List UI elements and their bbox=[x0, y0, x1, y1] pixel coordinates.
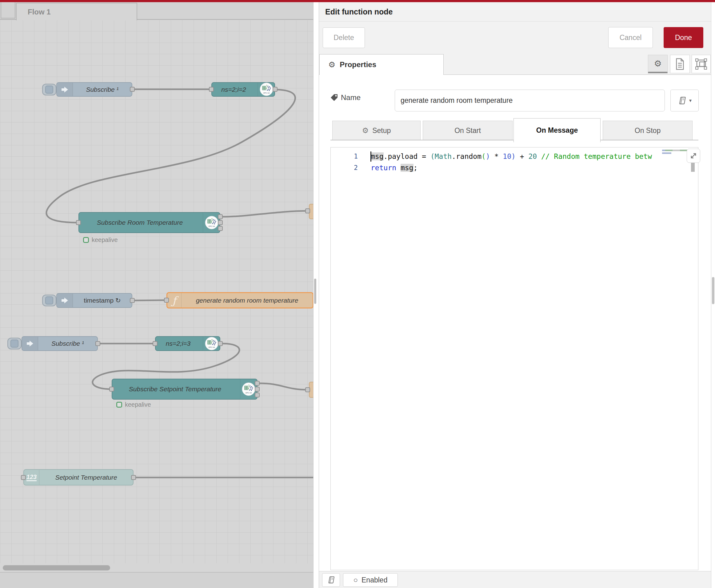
line-number: 2 bbox=[331, 162, 371, 174]
input-port[interactable] bbox=[21, 475, 26, 480]
enabled-toggle-button[interactable]: ○ Enabled bbox=[343, 573, 398, 587]
editor-scrollbar[interactable] bbox=[691, 162, 695, 172]
name-label: Name bbox=[341, 93, 361, 102]
node-setpoint-temperature[interactable]: 123 Setpoint Temperature bbox=[23, 469, 133, 485]
output-port[interactable] bbox=[218, 220, 223, 225]
canvas-horizontal-scrollbar[interactable] bbox=[3, 565, 110, 570]
output-port[interactable] bbox=[273, 87, 278, 92]
inject-button[interactable] bbox=[42, 295, 56, 306]
output-port[interactable] bbox=[130, 87, 135, 92]
appearance-view-button[interactable] bbox=[692, 55, 711, 73]
gear-icon: ⚙ bbox=[362, 126, 369, 135]
code-line[interactable]: 2return msg; bbox=[331, 162, 698, 174]
output-port[interactable] bbox=[95, 341, 100, 346]
inject-arrow-icon bbox=[57, 83, 73, 96]
function-icon: ƒ bbox=[167, 293, 181, 308]
opcua-icon: OPC UA bbox=[205, 216, 218, 229]
minimap-line bbox=[662, 150, 689, 151]
output-port[interactable] bbox=[218, 341, 223, 346]
cancel-button[interactable]: Cancel bbox=[608, 27, 653, 48]
chevron-down-icon: ▾ bbox=[689, 98, 692, 103]
flow-canvas[interactable]: Flow 1 Subscribe ¹ ns=2;i=2 OPC UA bbox=[0, 0, 313, 588]
number-icon: 123 bbox=[24, 470, 39, 485]
svg-text:OPC UA: OPC UA bbox=[208, 225, 215, 227]
tab-setup[interactable]: ⚙ Setup bbox=[332, 121, 420, 140]
input-port[interactable] bbox=[164, 298, 169, 302]
expand-editor-button[interactable] bbox=[687, 149, 700, 163]
wire[interactable] bbox=[260, 383, 308, 390]
output-port[interactable] bbox=[218, 214, 223, 219]
node-label: Subscribe Setpoint Temperature bbox=[112, 385, 257, 393]
output-port[interactable] bbox=[255, 393, 260, 397]
minimap-line bbox=[662, 152, 671, 154]
node-inject-timestamp[interactable]: timestamp ↻ bbox=[56, 293, 132, 308]
svg-text:OPC UA: OPC UA bbox=[245, 392, 252, 394]
book-icon bbox=[327, 575, 335, 585]
inject-arrow-icon bbox=[57, 294, 73, 307]
delete-button[interactable]: Delete bbox=[323, 27, 365, 48]
node-status: keepalive bbox=[83, 236, 118, 244]
expand-icon bbox=[690, 152, 697, 160]
status-dot-icon bbox=[83, 237, 89, 243]
node-subscribe-setpoint-temperature[interactable]: Subscribe Setpoint Temperature bbox=[112, 379, 258, 400]
tab-properties[interactable]: ⚙ Properties bbox=[319, 54, 443, 75]
wire[interactable] bbox=[223, 211, 308, 217]
properties-view-button[interactable]: ⚙ bbox=[648, 55, 668, 73]
inject-button[interactable] bbox=[7, 338, 22, 350]
output-port[interactable] bbox=[130, 298, 135, 303]
input-port[interactable] bbox=[76, 220, 81, 225]
node-status: keepalive bbox=[116, 401, 151, 408]
input-port[interactable] bbox=[305, 387, 310, 392]
output-port[interactable] bbox=[255, 381, 260, 386]
status-circle-icon: ○ bbox=[353, 576, 358, 584]
node-label: Subscribe Room Temperature bbox=[79, 219, 220, 226]
tag-icon bbox=[330, 93, 339, 102]
input-port[interactable] bbox=[209, 87, 214, 92]
wire[interactable] bbox=[135, 300, 167, 300]
gear-icon: ⚙ bbox=[654, 59, 662, 69]
text-cursor bbox=[370, 151, 371, 162]
status-dot-icon bbox=[116, 402, 122, 407]
panel-scrollbar[interactable] bbox=[712, 277, 714, 304]
header-accent-bar bbox=[0, 0, 715, 2]
tab-on-start[interactable]: On Start bbox=[423, 121, 513, 140]
tab-on-message[interactable]: On Message bbox=[514, 118, 601, 142]
input-port[interactable] bbox=[153, 341, 157, 346]
opcua-icon: OPC UA bbox=[260, 83, 273, 96]
group-frame-icon bbox=[695, 58, 707, 70]
name-library-button[interactable]: ▾ bbox=[670, 89, 699, 111]
output-port[interactable] bbox=[255, 387, 260, 392]
input-port[interactable] bbox=[305, 208, 310, 213]
library-button[interactable] bbox=[322, 573, 340, 587]
document-icon bbox=[675, 58, 685, 70]
node-subscribe-room-temperature[interactable]: Subscribe Room Temperature bbox=[79, 212, 220, 233]
name-input[interactable] bbox=[395, 89, 665, 111]
node-inject-subscribe-2[interactable]: Subscribe ¹ bbox=[22, 336, 98, 351]
output-port[interactable] bbox=[218, 226, 223, 231]
inject-arrow-icon bbox=[22, 337, 38, 350]
wire[interactable] bbox=[46, 89, 295, 223]
gear-icon: ⚙ bbox=[328, 60, 335, 69]
canvas-footer bbox=[0, 572, 313, 588]
node-inject-subscribe-1[interactable]: Subscribe ¹ bbox=[56, 82, 132, 97]
code-line[interactable]: 1msg.payload = (Math.random() * 10) + 20… bbox=[331, 151, 698, 162]
node-function-generate-random-room-temperature[interactable]: ƒ generate random room temperature bbox=[167, 292, 313, 309]
done-button[interactable]: Done bbox=[664, 27, 703, 48]
book-icon bbox=[677, 96, 687, 106]
node-label: Setpoint Temperature bbox=[24, 474, 133, 481]
code-editor[interactable]: 1msg.payload = (Math.random() * 10) + 20… bbox=[330, 147, 698, 570]
input-port[interactable] bbox=[109, 387, 114, 392]
dialog-title: Edit function node bbox=[319, 2, 711, 22]
opcua-icon: OPC UA bbox=[242, 382, 255, 396]
svg-text:OPC UA: OPC UA bbox=[208, 346, 215, 348]
inject-button[interactable] bbox=[42, 84, 56, 96]
panel-divider[interactable] bbox=[319, 2, 319, 588]
description-view-button[interactable] bbox=[670, 55, 690, 73]
node-label: generate random room temperature bbox=[167, 297, 312, 304]
output-port[interactable] bbox=[131, 475, 136, 480]
opcua-icon: OPC UA bbox=[205, 337, 218, 350]
svg-text:OPC UA: OPC UA bbox=[263, 92, 269, 94]
tab-on-stop[interactable]: On Stop bbox=[603, 121, 693, 140]
line-number: 1 bbox=[331, 151, 371, 162]
canvas-vertical-scrollbar[interactable] bbox=[314, 279, 316, 304]
